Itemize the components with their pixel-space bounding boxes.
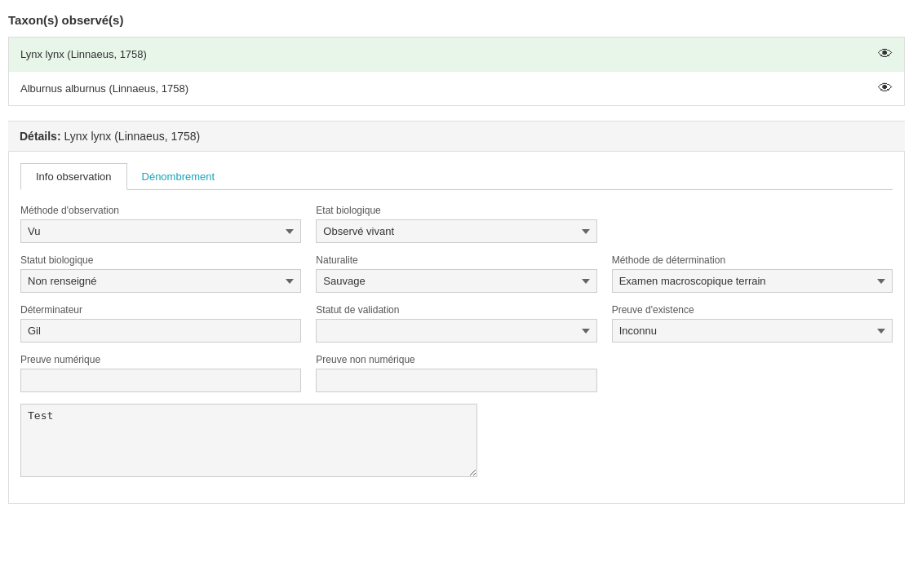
determinateur-group: Déterminateur [20,304,301,343]
statut-validation-select[interactable] [316,319,596,343]
methode-determination-group: Méthode de détermination Examen macrosco… [612,254,893,293]
methode-observation-label: Méthode d'observation [20,205,301,216]
statut-biologique-select[interactable]: Non renseigné [20,269,301,293]
naturalite-select[interactable]: Sauvage [316,269,596,293]
tab-denombrement[interactable]: Dénombrement [127,163,230,190]
preuve-existence-group: Preuve d'existence Inconnu [612,304,893,343]
methode-observation-group: Méthode d'observation Vu [20,205,301,243]
taxon-row-2[interactable]: Alburnus alburnus (Linnaeus, 1758) 👁 [9,72,904,105]
details-bar: Détails: Lynx lynx (Linnaeus, 1758) [8,121,905,152]
methode-observation-select[interactable]: Vu [20,219,301,243]
preuve-existence-select[interactable]: Inconnu [612,319,893,343]
taxon-name-1: Lynx lynx (Linnaeus, 1758) [20,48,147,60]
form-row-3: Déterminateur Statut de validation Preuv… [20,304,893,343]
preuve-existence-label: Preuve d'existence [612,304,893,316]
preuve-numerique-group: Preuve numérique [20,354,301,392]
form-row-textarea: Test [20,404,477,477]
preuve-non-numerique-label: Preuve non numérique [316,354,596,365]
notes-textarea[interactable]: Test [20,404,477,477]
preuve-non-numerique-input[interactable] [316,369,596,392]
tabs-bar: Info observation Dénombrement [20,163,893,190]
tab-section: Info observation Dénombrement Méthode d'… [8,152,905,504]
page-container: Taxon(s) observé(s) Lynx lynx (Linnaeus,… [0,0,913,588]
statut-validation-group: Statut de validation [316,304,596,343]
form-row-2: Statut biologique Non renseigné Naturali… [20,254,893,293]
preuve-numerique-label: Preuve numérique [20,354,301,365]
eye-icon-2[interactable]: 👁 [878,80,893,97]
statut-biologique-label: Statut biologique [20,254,301,266]
details-taxon: Lynx lynx (Linnaeus, 1758) [64,130,200,143]
details-label: Détails: [20,130,61,143]
statut-biologique-group: Statut biologique Non renseigné [20,254,301,293]
statut-validation-label: Statut de validation [316,304,596,316]
section-title: Taxon(s) observé(s) [8,13,905,27]
taxon-list: Lynx lynx (Linnaeus, 1758) 👁 Alburnus al… [8,37,905,106]
form-row-1: Méthode d'observation Vu Etat biologique… [20,205,893,243]
tab-info-observation[interactable]: Info observation [20,163,127,190]
eye-icon-1[interactable]: 👁 [878,46,893,63]
etat-biologique-label: Etat biologique [316,205,596,216]
textarea-group: Test [20,404,477,477]
taxon-name-2: Alburnus alburnus (Linnaeus, 1758) [20,82,188,95]
taxon-row-1[interactable]: Lynx lynx (Linnaeus, 1758) 👁 [9,38,904,72]
etat-biologique-select[interactable]: Observé vivant [316,219,596,243]
determinateur-input[interactable] [20,319,301,343]
methode-determination-label: Méthode de détermination [612,254,893,266]
form-row-4: Preuve numérique Preuve non numérique [20,354,893,392]
methode-determination-select[interactable]: Examen macroscopique terrain [612,269,893,293]
naturalite-group: Naturalite Sauvage [316,254,596,293]
preuve-numerique-input[interactable] [20,369,301,392]
preuve-non-numerique-group: Preuve non numérique [316,354,596,392]
etat-biologique-group: Etat biologique Observé vivant [316,205,596,243]
determinateur-label: Déterminateur [20,304,301,316]
naturalite-label: Naturalite [316,254,596,266]
